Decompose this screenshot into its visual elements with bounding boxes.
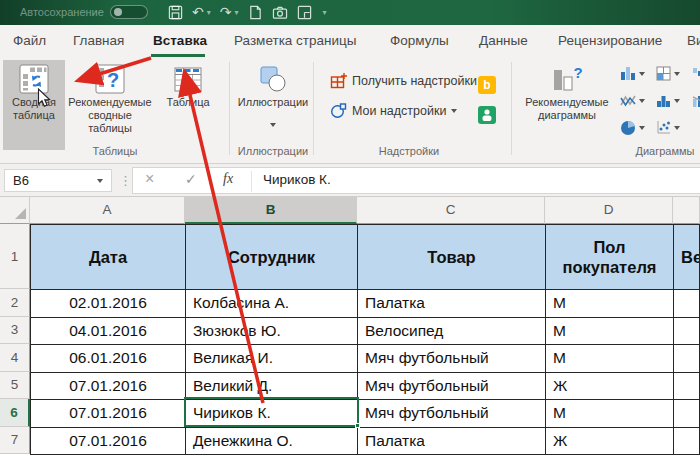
tab-page-layout[interactable]: Разметка страницы (234, 25, 356, 57)
insert-column-chart-button[interactable] (620, 66, 645, 81)
cell-a2[interactable]: 02.01.2016 (31, 290, 186, 318)
redo-caret-icon[interactable]: ▾ (234, 0, 238, 25)
insert-line-chart-button[interactable] (620, 93, 645, 108)
cell-c3[interactable]: Велосипед (358, 318, 546, 346)
tab-review[interactable]: Рецензирование (558, 25, 662, 57)
undo-caret-icon[interactable]: ▾ (207, 0, 211, 25)
scatter-chart-icon (656, 120, 671, 135)
recommended-pivot-tables-button[interactable]: ? Рекомендуемые сводные таблицы (66, 60, 154, 150)
cell-c2[interactable]: Палатка (358, 290, 546, 318)
insert-function-icon[interactable]: fx (223, 171, 233, 187)
insert-scatter-chart-button[interactable] (656, 120, 680, 135)
ribbon-tab-bar: Файл Главная Вставка Разметка страницы Ф… (0, 25, 700, 57)
autosave-toggle[interactable] (110, 5, 148, 19)
insert-combo-chart-button[interactable] (692, 93, 700, 108)
cell-e4[interactable] (674, 345, 700, 373)
cell-b4[interactable]: Великая И. (186, 345, 358, 373)
illustrations-label: Иллюстрации (236, 96, 310, 109)
pivot-table-button[interactable]: Сводная таблица (3, 60, 65, 150)
enter-icon[interactable]: ✓ (185, 171, 197, 187)
cell-a4[interactable]: 06.01.2016 (31, 345, 186, 373)
tab-formulas[interactable]: Формулы (390, 25, 449, 57)
tables-group-label: Таблицы (70, 145, 160, 157)
cell-a3[interactable]: 04.01.2016 (31, 318, 186, 346)
cell-b2[interactable]: Колбасина А. (186, 290, 358, 318)
insert-hierarchy-chart-button[interactable] (656, 66, 680, 81)
name-box[interactable]: B6 (4, 169, 112, 192)
row-header-5[interactable]: 5 (0, 372, 30, 400)
insert-pie-chart-button[interactable] (620, 120, 645, 136)
row-header-2[interactable]: 2 (0, 289, 30, 317)
formula-input[interactable]: Чириков К. (263, 172, 331, 187)
column-header-b[interactable]: B (185, 197, 357, 224)
cell-e5[interactable] (674, 373, 700, 401)
cell-e6[interactable] (674, 400, 700, 428)
camera-icon[interactable] (272, 5, 288, 20)
formula-separator (251, 171, 252, 192)
redo-icon[interactable]: ↷ (220, 0, 232, 25)
cell-d4[interactable]: М (546, 345, 674, 373)
column-header-a[interactable]: A (30, 197, 185, 224)
recommended-charts-icon: ? (550, 64, 584, 94)
row-header-6[interactable]: 6 (0, 399, 30, 427)
ribbon: Сводная таблица ? Рекомендуемые сводные … (0, 57, 700, 164)
cell-b7[interactable]: Денежкина О. (186, 428, 358, 456)
column-header-d[interactable]: D (545, 197, 673, 224)
cell-a6[interactable]: 07.01.2016 (31, 400, 186, 428)
cell-e7[interactable] (674, 428, 700, 456)
cell-d1[interactable]: Пол покупателя (546, 225, 674, 290)
cell-d5[interactable]: Ж (546, 373, 674, 401)
cell-e3[interactable] (674, 318, 700, 346)
cell-a1[interactable]: Дата (31, 225, 186, 290)
row-header-7[interactable]: 7 (0, 427, 30, 455)
cell-a5[interactable]: 07.01.2016 (31, 373, 186, 401)
cell-a7[interactable]: 07.01.2016 (31, 428, 186, 456)
select-all-corner[interactable] (0, 197, 30, 224)
cell-c7[interactable]: Палатка (358, 428, 546, 456)
row-header-3[interactable]: 3 (0, 317, 30, 345)
cell-d3[interactable]: М (546, 318, 674, 346)
cell-b3[interactable]: Зюзюков Ю. (186, 318, 358, 346)
save-icon[interactable] (168, 5, 183, 20)
insert-waterfall-chart-button[interactable] (692, 66, 700, 81)
cell-b5[interactable]: Великий Д. (186, 373, 358, 401)
cell-c6[interactable]: Мяч футбольный (358, 400, 546, 428)
tab-data[interactable]: Данные (479, 25, 528, 57)
cell-e2[interactable] (674, 290, 700, 318)
cell-d6[interactable]: М (546, 400, 674, 428)
tab-insert[interactable]: Вставка (153, 25, 207, 57)
row-header-1[interactable]: 1 (0, 224, 30, 289)
undo-icon[interactable]: ↶ (192, 0, 204, 25)
insert-histogram-chart-button[interactable] (656, 93, 680, 108)
cell-b6-selected[interactable]: Чириков К. (186, 400, 358, 428)
tab-view[interactable]: Вид (687, 25, 700, 57)
people-graph-addin-icon[interactable] (478, 106, 496, 124)
illustrations-button[interactable]: Иллюстрации (236, 60, 310, 150)
tab-home[interactable]: Главная (73, 25, 124, 57)
my-addins-caret-icon (451, 109, 457, 113)
get-addins-button[interactable]: Получить надстройки (330, 72, 477, 89)
tab-file[interactable]: Файл (13, 25, 46, 57)
bing-maps-addin-icon[interactable]: b (478, 76, 496, 94)
my-addins-button[interactable]: Мои надстройки (330, 102, 457, 119)
pivot-table-icon (19, 64, 49, 94)
name-box-caret-icon (97, 179, 103, 183)
recommended-charts-button[interactable]: ? Рекомендуемые диаграммы (518, 60, 616, 150)
svg-text:?: ? (107, 69, 119, 91)
cell-b1[interactable]: Сотрудник (186, 225, 358, 290)
cell-d2[interactable]: М (546, 290, 674, 318)
cell-d7[interactable]: Ж (546, 428, 674, 456)
cell-c4[interactable]: Мяч футбольный (358, 345, 546, 373)
qat-customize-caret-icon[interactable]: ▾ (323, 0, 327, 25)
cell-c5[interactable]: Мяч футбольный (358, 373, 546, 401)
document-icon[interactable] (248, 5, 263, 20)
row-header-4[interactable]: 4 (0, 344, 30, 372)
column-chart-caret-icon (639, 72, 645, 76)
cell-e1[interactable]: Ве (674, 225, 700, 290)
column-header-c[interactable]: C (357, 197, 545, 224)
cancel-icon[interactable]: × (145, 170, 154, 188)
switch-window-icon[interactable] (297, 5, 312, 20)
table-button[interactable]: Таблица (156, 60, 220, 150)
cell-c1[interactable]: Товар (358, 225, 546, 290)
column-header-e[interactable] (673, 197, 700, 224)
